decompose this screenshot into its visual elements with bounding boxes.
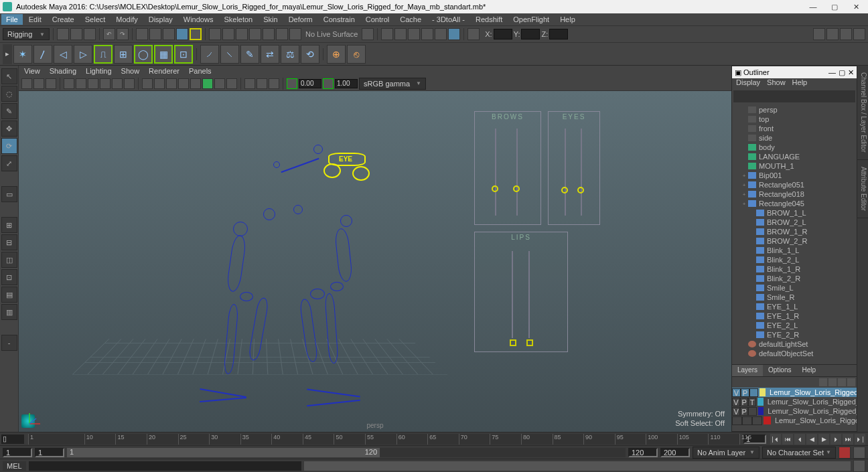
outliner-menu-show[interactable]: Show [767, 78, 786, 89]
brow-slider-2[interactable] [513, 185, 520, 192]
motion-blur-icon[interactable] [214, 78, 225, 89]
gate-mask-icon[interactable] [100, 78, 111, 89]
shelf-pose-icon[interactable]: ⎋ [347, 45, 366, 64]
brows-control-panel[interactable]: BROWS [474, 111, 541, 225]
menu-deform[interactable]: Deform [284, 14, 317, 25]
step-forward-button[interactable]: ⏵ [830, 434, 841, 445]
scale-tool[interactable]: ⤢ [1, 155, 17, 171]
menu-help[interactable]: Help [555, 14, 580, 25]
lips-home-1[interactable] [510, 339, 516, 346]
select-tool[interactable]: ↖ [1, 68, 17, 84]
outliner-min-icon[interactable]: — [828, 68, 836, 77]
outliner-item-EYE_1_L[interactable]: EYE_1_L [732, 302, 857, 311]
select-hierarchy-icon[interactable] [149, 28, 161, 40]
outliner-item-Bip001[interactable]: +Bip001 [732, 171, 857, 180]
outliner-item-BROW_1_L[interactable]: BROW_1_L [732, 208, 857, 218]
step-back-button[interactable]: ⏴ [794, 434, 805, 445]
film-gate-icon[interactable] [76, 78, 86, 89]
toggle-panel-icon[interactable] [467, 28, 480, 40]
menu-windows[interactable]: Windows [179, 14, 218, 25]
eye-slider-2[interactable] [577, 187, 584, 193]
eye-slider-1[interactable] [561, 187, 568, 193]
outliner-item-Smile_L[interactable]: Smile_L [732, 283, 857, 293]
outliner-item-Blink_1_R[interactable]: Blink_1_R [732, 264, 857, 274]
outliner-item-persp[interactable]: persp [732, 105, 857, 114]
menu-redshift[interactable]: Redshift [471, 14, 507, 25]
lasso-tool[interactable]: ◌ [1, 86, 17, 102]
outliner-item-BROW_2_L[interactable]: BROW_2_L [732, 218, 857, 227]
grid-toggle-icon[interactable] [64, 78, 74, 89]
channel-box-tab[interactable]: Channel Box / Layer Editor [857, 66, 868, 160]
wireframe-icon[interactable] [142, 78, 153, 89]
gamma-input[interactable] [335, 79, 358, 88]
character-set-dropdown[interactable]: No Character Set▼ [762, 447, 836, 459]
outliner-item-MOUTH_1[interactable]: MOUTH_1 [732, 161, 857, 171]
outliner-search-input[interactable] [733, 90, 855, 102]
snap-live-icon[interactable] [263, 28, 275, 40]
coord-x-input[interactable] [494, 29, 512, 40]
maximize-button[interactable]: ▢ [825, 1, 844, 13]
layer-row-Lemur_Slow_Loris_Rigged[interactable]: Lemur_Slow_Loris_Rigged [732, 416, 857, 425]
shelf-curve-icon[interactable]: 〳 [33, 45, 52, 64]
outliner-item-body[interactable]: body [732, 143, 857, 152]
rotate-tool[interactable]: ⟳ [1, 138, 17, 154]
panel-menu-shading[interactable]: Shading [50, 67, 76, 75]
shelf-tab-toggle[interactable]: ▸ [3, 44, 12, 64]
shadows-icon[interactable] [190, 78, 201, 89]
shelf-snap-icon[interactable]: ✶ [13, 45, 32, 64]
select-object-icon[interactable] [163, 28, 175, 40]
outliner-item-Rectangle018[interactable]: +Rectangle018 [732, 189, 857, 199]
gamma-icon[interactable] [323, 78, 334, 89]
select-component-icon[interactable] [176, 28, 188, 40]
range-start-outer[interactable] [3, 448, 32, 457]
menu-cache[interactable]: Cache [395, 14, 426, 25]
rig-skeleton[interactable]: EYE [186, 138, 387, 426]
brow-slider-1[interactable] [492, 185, 498, 192]
snap-point-icon[interactable] [236, 28, 248, 40]
layer-row-Lemur_Slow_Loris_Rigged_CTRL_fre[interactable]: VPTLemur_Slow_Loris_Rigged_CTRL_fre [732, 397, 857, 406]
panel-menu-lighting[interactable]: Lighting [86, 67, 112, 75]
outliner-close-icon[interactable]: ✕ [848, 68, 854, 77]
field-chart-icon[interactable] [112, 78, 123, 89]
outliner-item-BROW_2_R[interactable]: BROW_2_R [732, 236, 857, 246]
outliner-item-top[interactable]: top [732, 114, 857, 124]
outliner-item-Blink_2_L[interactable]: Blink_2_L [732, 255, 857, 264]
shelf-mirror-icon[interactable]: ⇄ [261, 45, 279, 64]
panel-menu-show[interactable]: Show [121, 67, 140, 75]
shelf-arrow-icon[interactable]: ◁ [54, 45, 72, 64]
render-settings-icon[interactable] [408, 28, 420, 40]
goto-start-button[interactable]: |⏴ [770, 434, 781, 445]
outliner-item-Blink_1_L[interactable]: Blink_1_L [732, 246, 857, 255]
coord-z-input[interactable] [549, 29, 568, 40]
layout-two-v-icon[interactable]: ◫ [1, 252, 17, 268]
snap-plane-icon[interactable] [249, 28, 261, 40]
anim-layer-dropdown[interactable]: No Anim Layer▼ [693, 447, 760, 459]
render-setup-icon[interactable] [448, 28, 460, 40]
lips-home-2[interactable] [526, 339, 533, 346]
layer-movedown-icon[interactable] [828, 378, 837, 386]
timeline-track[interactable]: 1101520253035404550556065707580859095100… [28, 434, 739, 445]
shelf-wrap-icon[interactable]: ▦ [154, 45, 173, 64]
layout-persp-icon[interactable]: ▤ [1, 287, 17, 303]
play-forward-button[interactable]: ▶ [818, 434, 829, 445]
shelf-paint-icon[interactable]: ✎ [240, 45, 259, 64]
menu-skin[interactable]: Skin [259, 14, 282, 25]
undo-icon[interactable]: ↶ [103, 28, 115, 40]
menu-display[interactable]: Display [144, 14, 177, 25]
layer-new-empty-icon[interactable] [838, 378, 846, 386]
menu-select[interactable]: Select [80, 14, 111, 25]
lips-control-panel[interactable]: LIPS [474, 232, 568, 352]
exposure-icon[interactable] [287, 78, 297, 89]
step-back-key-button[interactable]: ⏮ [782, 434, 793, 445]
layout-four-icon[interactable]: ⊞ [1, 217, 17, 233]
cmd-input[interactable] [29, 461, 302, 471]
module-selector[interactable]: Rigging ▼ [3, 28, 50, 40]
menu-skeleton[interactable]: Skeleton [219, 14, 257, 25]
layer-row-Lemur_Slow_Loris_Rigged_bonesFB[interactable]: VPLemur_Slow_Loris_Rigged_bonesFB [732, 406, 857, 416]
layers-list[interactable]: VPLemur_Slow_Loris_Rigged_CTRLVPTLemur_S… [732, 388, 857, 431]
bookmark-icon[interactable] [33, 78, 44, 89]
layout-two-h-icon[interactable]: ⊟ [1, 234, 17, 250]
range-start-inner[interactable] [35, 448, 64, 457]
panel-menu-view[interactable]: View [24, 67, 40, 75]
make-live-icon[interactable] [289, 28, 301, 40]
